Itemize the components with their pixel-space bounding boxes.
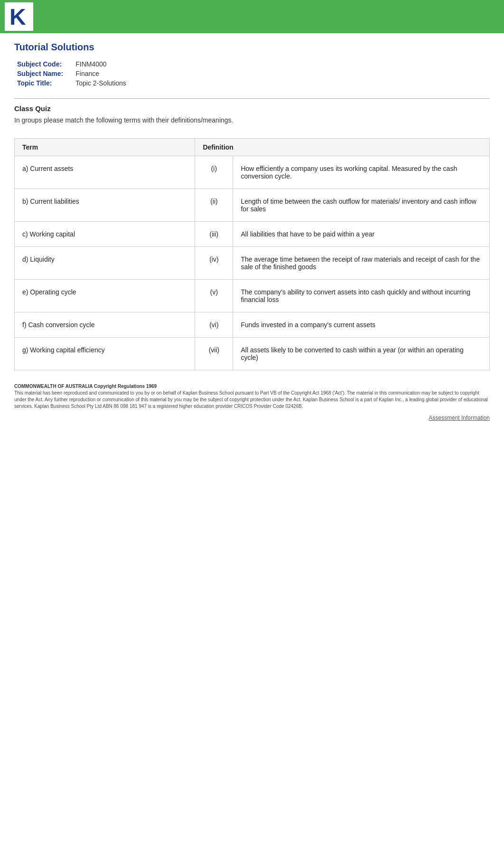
def-number-cell: (vi)	[195, 312, 233, 338]
term-cell: b) Current liabilities	[15, 189, 195, 222]
def-text-cell: The company's ability to convert assets …	[233, 280, 490, 312]
def-text-cell: All liabilities that have to be paid wit…	[233, 222, 490, 247]
table-row: f) Cash conversion cycle(vi)Funds invest…	[15, 312, 490, 338]
title-divider	[14, 98, 490, 99]
def-number-cell: (ii)	[195, 189, 233, 222]
subject-name-row: Subject Name: Finance	[14, 69, 129, 78]
subject-code-row: Subject Code: FINM4000	[14, 59, 129, 69]
def-number-cell: (v)	[195, 280, 233, 312]
def-number-cell: (vii)	[195, 338, 233, 370]
table-row: a) Current assets(i)How efficiently a co…	[15, 156, 490, 189]
term-cell: d) Liquidity	[15, 247, 195, 280]
header-green-bar	[38, 2, 499, 31]
matching-table: Term Definition a) Current assets(i)How …	[14, 138, 490, 370]
def-text-cell: Funds invested in a company's current as…	[233, 312, 490, 338]
def-number-cell: (iii)	[195, 222, 233, 247]
quiz-section: Class Quiz In groups please match the fo…	[0, 104, 504, 133]
subject-name-label: Subject Name:	[14, 69, 73, 78]
logo-icon: K	[5, 2, 33, 31]
main-table-wrapper: Term Definition a) Current assets(i)How …	[0, 133, 504, 380]
tutorial-title: Tutorial Solutions	[14, 42, 490, 53]
table-row: b) Current liabilities(ii)Length of time…	[15, 189, 490, 222]
table-row: e) Operating cycle(v)The company's abili…	[15, 280, 490, 312]
table-row: d) Liquidity(iv)The average time between…	[15, 247, 490, 280]
def-text-cell: The average time between the receipt of …	[233, 247, 490, 280]
assessment-info-link[interactable]: Assessment Information	[429, 415, 490, 421]
topic-title-label: Topic Title:	[14, 78, 73, 88]
table-header-row: Term Definition	[15, 139, 490, 156]
def-text-cell: Length of time between the cash outflow …	[233, 189, 490, 222]
term-cell: f) Cash conversion cycle	[15, 312, 195, 338]
class-quiz-title: Class Quiz	[14, 104, 490, 113]
table-row: g) Working capital efficiency(vii)All as…	[15, 338, 490, 370]
meta-table: Subject Code: FINM4000 Subject Name: Fin…	[14, 59, 129, 88]
term-cell: g) Working capital efficiency	[15, 338, 195, 370]
copyright-body: This material has been reproduced and co…	[14, 390, 490, 410]
topic-title-row: Topic Title: Topic 2-Solutions	[14, 78, 129, 88]
title-section: Tutorial Solutions Subject Code: FINM400…	[0, 33, 504, 93]
subject-name-value: Finance	[73, 69, 129, 78]
table-row: c) Working capital(iii)All liabilities t…	[15, 222, 490, 247]
copyright-title: COMMONWEALTH OF AUSTRALIA Copyright Regu…	[14, 384, 490, 389]
svg-text:K: K	[9, 5, 26, 28]
subject-code-label: Subject Code:	[14, 59, 73, 69]
header-bar: K	[0, 0, 504, 33]
col-header-definition: Definition	[195, 139, 490, 156]
term-cell: e) Operating cycle	[15, 280, 195, 312]
def-text-cell: All assets likely to be converted to cas…	[233, 338, 490, 370]
footer-section: COMMONWEALTH OF AUSTRALIA Copyright Regu…	[0, 380, 504, 410]
footer-bottom: Assessment Information	[0, 410, 504, 426]
topic-title-value: Topic 2-Solutions	[73, 78, 129, 88]
col-header-term: Term	[15, 139, 195, 156]
term-cell: a) Current assets	[15, 156, 195, 189]
subject-code-value: FINM4000	[73, 59, 129, 69]
page-bottom-space	[0, 426, 504, 521]
def-number-cell: (i)	[195, 156, 233, 189]
def-text-cell: How efficiently a company uses its worki…	[233, 156, 490, 189]
term-cell: c) Working capital	[15, 222, 195, 247]
quiz-instruction: In groups please match the following ter…	[14, 116, 490, 124]
def-number-cell: (iv)	[195, 247, 233, 280]
